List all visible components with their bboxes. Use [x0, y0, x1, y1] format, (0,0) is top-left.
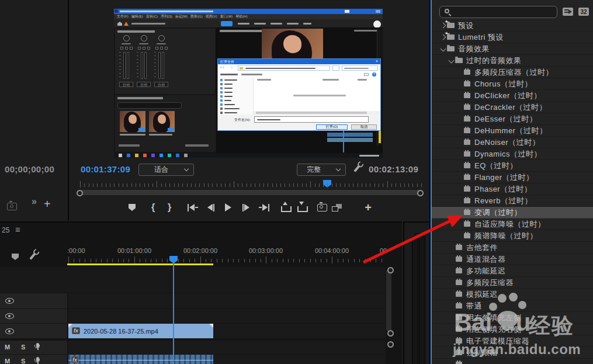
mini-ruler-tick — [263, 183, 264, 187]
ruler-tick — [217, 259, 217, 262]
effects-search-input[interactable] — [439, 6, 557, 18]
panel-overflow-icon[interactable]: » — [32, 196, 37, 207]
mark-out-button[interactable]: } — [162, 201, 176, 214]
step-forward-button[interactable] — [239, 201, 253, 214]
effect-item-20[interactable]: 通道混合器 — [432, 254, 593, 265]
go-to-in-button[interactable] — [186, 201, 200, 214]
effect-item-14[interactable]: Phaser（过时） — [432, 183, 593, 195]
effect-item-26[interactable]: 用左侧填充右侧 — [432, 324, 593, 335]
effect-label: 自适应降噪（过时） — [474, 219, 546, 230]
extract-button[interactable] — [296, 201, 310, 214]
ruler-tick — [85, 259, 85, 262]
effect-item-28[interactable]: 强制限幅 — [432, 347, 593, 359]
ruler-tick — [310, 259, 311, 262]
lift-button[interactable] — [279, 201, 293, 214]
timeline-playhead-head[interactable] — [169, 256, 178, 264]
scroll-handle[interactable] — [387, 330, 394, 337]
program-timecode[interactable]: 00:01:37:09 — [81, 164, 130, 174]
timeline-playhead-line[interactable] — [173, 256, 174, 364]
scrollbar-right-handle[interactable] — [417, 190, 424, 196]
effect-item-10[interactable]: DeNoiser（过时） — [432, 137, 593, 148]
effect-item-4[interactable]: 多频段压缩器（过时） — [432, 67, 593, 78]
mic-icon[interactable] — [36, 343, 39, 348]
step-back-button[interactable] — [204, 201, 218, 214]
effect-item-22[interactable]: 多频段压缩器 — [432, 277, 593, 289]
mini-ruler-tick — [259, 183, 260, 187]
video-menu-item: 窗口(W) — [220, 14, 233, 19]
work-area-bar[interactable] — [67, 264, 213, 265]
audio-clip[interactable]: fx — [68, 355, 213, 364]
eye-icon[interactable] — [5, 298, 14, 304]
effect-item-23[interactable]: 模拟延迟 — [432, 289, 593, 300]
solo-button[interactable]: S — [21, 344, 25, 351]
search-icon — [445, 9, 449, 13]
effect-item-29[interactable] — [432, 359, 593, 364]
video-clip[interactable]: fx 2020-05-28 16-37-25.mp4 — [68, 324, 213, 338]
add-button[interactable]: + — [44, 197, 51, 211]
accelerated-effects-badge-icon[interactable] — [563, 8, 573, 16]
tree-chevron[interactable] — [439, 45, 447, 53]
video-menubar: 文件(F)编辑(E)剪辑(C)序列(S)标记(M)图形(G)视图(V)窗口(W)… — [114, 14, 383, 19]
eye-icon[interactable] — [5, 328, 14, 334]
effect-item-21[interactable]: 多功能延迟 — [432, 265, 593, 277]
program-scrollbar[interactable] — [80, 190, 422, 195]
mark-in-button[interactable]: { — [146, 201, 160, 214]
ruler-tick — [96, 259, 96, 262]
timeline-vscrollbar[interactable] — [386, 269, 391, 331]
mic-icon[interactable] — [36, 357, 39, 362]
effect-item-7[interactable]: DeCrackler（过时） — [432, 102, 593, 113]
ruler-tick — [183, 259, 184, 262]
sequence-tab-label[interactable]: 25 — [2, 226, 9, 234]
play-button[interactable] — [221, 201, 235, 214]
mute-button[interactable]: M — [5, 344, 10, 351]
effect-item-13[interactable]: Flanger（过时） — [432, 172, 593, 183]
add-marker-button[interactable] — [125, 201, 139, 214]
effect-item-2[interactable]: 音频效果 — [432, 43, 593, 55]
effect-item-1[interactable]: Lumetri 预设 — [432, 32, 593, 43]
effect-item-6[interactable]: DeClicker（过时） — [432, 90, 593, 102]
scroll-handle[interactable] — [387, 267, 394, 273]
mini-ruler-tick — [379, 183, 379, 187]
effect-item-0[interactable]: 预设 — [432, 20, 593, 32]
settings-wrench-icon[interactable] — [353, 165, 360, 172]
play-icon — [225, 203, 231, 212]
go-to-out-button[interactable] — [257, 201, 271, 214]
effect-item-5[interactable]: Chorus（过时） — [432, 78, 593, 90]
eye-icon[interactable] — [5, 313, 14, 319]
mute-button[interactable]: M — [5, 358, 10, 364]
tree-chevron[interactable] — [447, 57, 455, 65]
export-frame-icon[interactable] — [7, 203, 17, 210]
timeline-marker-icon[interactable] — [12, 254, 19, 260]
solo-button[interactable]: S — [21, 358, 25, 364]
effect-item-15[interactable]: Reverb（过时） — [432, 195, 593, 207]
comparison-view-button[interactable] — [330, 201, 344, 214]
add-button[interactable]: + — [361, 201, 375, 214]
export-frame-button[interactable] — [315, 201, 329, 214]
panel-menu-icon[interactable]: ≡ — [15, 224, 20, 234]
effect-item-25[interactable]: 用右侧填充左侧 — [432, 312, 593, 324]
mini-ruler-tick — [136, 183, 136, 187]
effect-item-8[interactable]: DeEsser（过时） — [432, 113, 593, 125]
scrollbar-left-handle[interactable] — [77, 190, 83, 196]
timeline-settings-icon[interactable] — [29, 252, 36, 260]
effect-item-11[interactable]: Dynamics（过时） — [432, 148, 593, 160]
audio-effect-icon — [456, 362, 462, 364]
zoom-level-dropdown[interactable]: 适合 — [138, 164, 194, 176]
effect-item-3[interactable]: 过时的音频效果 — [432, 55, 593, 67]
effect-item-18[interactable]: 频谱降噪（过时） — [432, 230, 593, 242]
effect-item-12[interactable]: EQ（过时） — [432, 160, 593, 172]
folder-icon — [447, 34, 455, 40]
tree-chevron-slot — [447, 337, 455, 345]
effect-item-19[interactable]: 吉他套件 — [432, 242, 593, 254]
effect-item-27[interactable]: 电子管建模压缩器 — [432, 335, 593, 347]
effect-item-16[interactable]: 变调（过时） — [432, 207, 593, 219]
mini-ruler-tick — [255, 183, 255, 187]
playback-resolution-dropdown[interactable]: 完整 — [297, 164, 346, 176]
effect-item-9[interactable]: DeHummer（过时） — [432, 125, 593, 137]
effect-item-17[interactable]: 自适应降噪（过时） — [432, 219, 593, 230]
effect-item-24[interactable]: 带通 — [432, 300, 593, 312]
tree-chevron-slot — [455, 197, 463, 205]
32bit-effects-badge-icon[interactable]: 32 — [578, 8, 589, 16]
scroll-handle[interactable] — [387, 341, 394, 348]
nav-item-icon — [220, 87, 223, 89]
